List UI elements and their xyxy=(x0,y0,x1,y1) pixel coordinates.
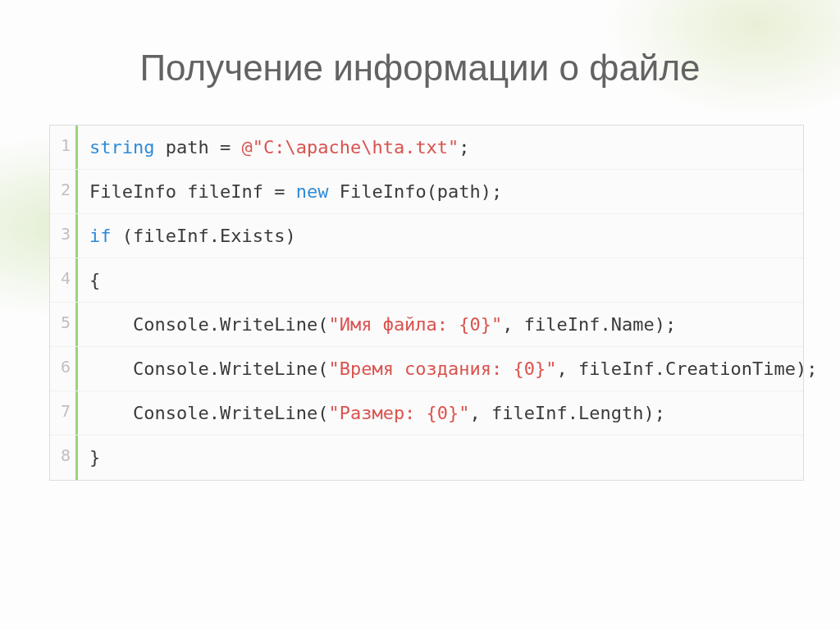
code-token: FileInfo(path); xyxy=(328,183,502,201)
code-line: 8} xyxy=(50,436,803,480)
code-line: 7 Console.WriteLine("Размер: {0}", fileI… xyxy=(50,391,803,436)
code-content: } xyxy=(78,436,108,480)
code-token: , fileInf.Name); xyxy=(502,316,676,334)
code-token: "Имя файла: {0}" xyxy=(328,316,502,334)
slide-title: Получение информации о файле xyxy=(49,48,791,89)
code-line: 3if (fileInf.Exists) xyxy=(50,214,803,258)
code-content: { xyxy=(78,258,108,302)
code-token: Console.WriteLine( xyxy=(89,360,328,378)
code-token: , fileInf.Length); xyxy=(470,404,665,422)
code-token: "Время создания: {0}" xyxy=(328,360,556,378)
line-number: 5 xyxy=(50,303,78,346)
code-content: Console.WriteLine("Имя файла: {0}", file… xyxy=(78,303,684,346)
code-token: if xyxy=(89,227,112,245)
line-number: 8 xyxy=(50,436,78,480)
code-token: ; xyxy=(459,139,469,157)
line-number: 4 xyxy=(50,258,78,302)
code-token: @"C:\apache\hta.txt" xyxy=(241,139,459,157)
code-token: (fileInf.Exists) xyxy=(112,227,296,245)
line-number: 2 xyxy=(50,170,78,213)
code-token: Console.WriteLine( xyxy=(89,316,328,334)
line-number: 6 xyxy=(50,347,78,390)
code-token: path = xyxy=(154,139,241,157)
code-token: } xyxy=(89,449,100,467)
line-number: 1 xyxy=(50,126,78,169)
code-token: string xyxy=(89,139,154,157)
code-content: if (fileInf.Exists) xyxy=(78,214,304,258)
code-line: 1string path = @"C:\apache\hta.txt"; xyxy=(50,126,803,170)
code-token: { xyxy=(89,272,100,290)
code-token: Console.WriteLine( xyxy=(89,404,328,422)
code-content: Console.WriteLine("Размер: {0}", fileInf… xyxy=(78,391,673,435)
code-token: , fileInf.CreationTime); xyxy=(557,360,818,378)
code-token: "Размер: {0}" xyxy=(328,404,469,422)
code-content: Console.WriteLine("Время создания: {0}",… xyxy=(78,347,825,390)
code-line: 4{ xyxy=(50,258,803,303)
code-line: 5 Console.WriteLine("Имя файла: {0}", fi… xyxy=(50,303,803,347)
code-content: string path = @"C:\apache\hta.txt"; xyxy=(78,126,478,169)
code-token: new xyxy=(296,183,329,201)
code-block: 1string path = @"C:\apache\hta.txt";2Fil… xyxy=(49,125,804,481)
line-number: 7 xyxy=(50,391,78,435)
code-line: 6 Console.WriteLine("Время создания: {0}… xyxy=(50,347,803,391)
code-content: FileInfo fileInf = new FileInfo(path); xyxy=(78,170,510,213)
slide-container: Получение информации о файле 1string pat… xyxy=(0,0,840,630)
code-token: FileInfo fileInf = xyxy=(89,183,296,201)
code-line: 2FileInfo fileInf = new FileInfo(path); xyxy=(50,170,803,214)
line-number: 3 xyxy=(50,214,78,258)
